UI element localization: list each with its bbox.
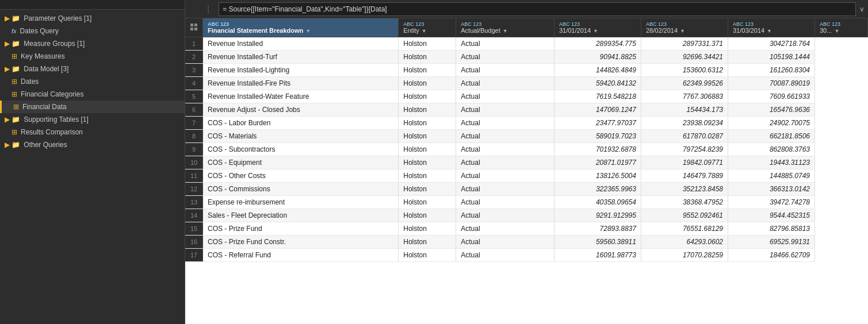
cell-entity: Holston [399, 143, 456, 156]
cell-actual-budget: Actual [456, 143, 555, 156]
cell-date-1: 147069.1247 [554, 103, 641, 117]
cell-date-1: 322365.9963 [554, 183, 641, 196]
filter-btn-financial-statement[interactable]: ▼ [305, 28, 311, 34]
data-table: ABC 123Financial Statement Breakdown▼ABC… [185, 18, 868, 262]
col-header-date2[interactable]: ABC 12328/02/2014▼ [641, 18, 728, 37]
col-header-entity[interactable]: ABC 123Entity▼ [399, 18, 456, 37]
cell-actual-budget: Actual [456, 183, 555, 196]
sidebar-item-results-comparison[interactable]: ⊞Results Comparison [0, 126, 185, 138]
table-row: 7COS - Labor BurdenHolstonActual23477.97… [185, 117, 868, 130]
sidebar-tree: ▶ 📁Parameter Queries [1]fxDates Query▶ 📁… [0, 10, 185, 324]
cell-date-2: 797254.8239 [641, 143, 728, 156]
fx-icon: fx [12, 28, 17, 34]
cell-breakdown: Revenue Adjust - Closed Jobs [203, 103, 399, 117]
table-icon: ⊞ [12, 90, 17, 98]
sidebar-item-label: Supporting Tables [1] [24, 115, 89, 124]
row-number: 8 [185, 130, 203, 143]
sidebar-item-label: Key Measures [21, 52, 65, 60]
filter-btn-date1[interactable]: ▼ [593, 28, 598, 34]
formula-confirm-btn[interactable] [198, 8, 204, 10]
table-row: 5Revenue Installed-Water FeatureHolstonA… [185, 90, 868, 103]
cell-breakdown: COS - Referral Fund [203, 249, 399, 262]
cell-actual-budget: Actual [456, 222, 555, 236]
sidebar-item-supporting-tables[interactable]: ▶ 📁Supporting Tables [1] [0, 113, 185, 126]
sidebar-header [0, 0, 185, 10]
row-number: 15 [185, 222, 203, 236]
sidebar-item-key-measures[interactable]: ⊞Key Measures [0, 50, 185, 63]
row-number: 17 [185, 249, 203, 262]
col-type-date1: ABC 123 [559, 21, 636, 27]
filter-btn-date2[interactable]: ▼ [680, 28, 685, 34]
cell-date-3: 18466.62709 [728, 249, 815, 262]
folder-icon: ▶ 📁 [5, 14, 20, 22]
sidebar-item-label: Other Queries [24, 141, 67, 149]
cell-date-1: 9291.912995 [554, 209, 641, 222]
filter-btn-actual-budget[interactable]: ▼ [503, 28, 508, 34]
cell-date-1: 20871.01977 [554, 156, 641, 169]
sidebar-item-data-model[interactable]: ▶ 📁Data Model [3] [0, 63, 185, 75]
cell-date-1: 138126.5004 [554, 169, 641, 183]
formula-input[interactable] [219, 2, 856, 16]
cell-entity: Holston [399, 183, 456, 196]
row-number: 10 [185, 156, 203, 169]
table-row: 4Revenue Installed-Fire PitsHolstonActua… [185, 77, 868, 90]
sidebar-item-parameter-queries[interactable]: ▶ 📁Parameter Queries [1] [0, 12, 185, 25]
col-header-date3[interactable]: ABC 12331/03/2014▼ [728, 18, 815, 37]
col-header-financial-statement[interactable]: ABC 123Financial Statement Breakdown▼ [203, 18, 399, 37]
sidebar-item-label: Data Model [3] [24, 65, 68, 73]
cell-entity: Holston [399, 169, 456, 183]
filter-btn-date3[interactable]: ▼ [767, 28, 772, 34]
row-number: 6 [185, 103, 203, 117]
cell-date-1: 701932.6878 [554, 143, 641, 156]
cell-actual-budget: Actual [456, 209, 555, 222]
sidebar-item-dates-query[interactable]: fxDates Query [0, 25, 185, 37]
cell-date-1: 59560.38911 [554, 236, 641, 249]
col-header-date4[interactable]: ABC 12330...▼ [815, 18, 868, 37]
sidebar-item-dates[interactable]: ⊞Dates [0, 75, 185, 88]
filter-btn-entity[interactable]: ▼ [422, 28, 427, 34]
sidebar-item-financial-data[interactable]: ⊞Financial Data [0, 101, 185, 113]
sidebar: ▶ 📁Parameter Queries [1]fxDates Query▶ 📁… [0, 0, 185, 324]
col-header-date1[interactable]: ABC 12331/01/2014▼ [554, 18, 641, 37]
folder-icon: ▶ 📁 [5, 40, 20, 48]
cell-actual-budget: Actual [456, 156, 555, 169]
cell-date-3: 9544.452315 [728, 209, 815, 222]
cell-entity: Holston [399, 209, 456, 222]
table-row: 6Revenue Adjust - Closed JobsHolstonActu… [185, 103, 868, 117]
cell-date-2: 92696.34421 [641, 51, 728, 64]
row-number: 9 [185, 143, 203, 156]
cell-entity: Holston [399, 103, 456, 117]
cell-date-2: 62349.99526 [641, 77, 728, 90]
col-label-date3: 31/03/2014 [733, 27, 764, 34]
table-row: 9COS - SubcontractorsHolstonActual701932… [185, 143, 868, 156]
col-type-entity: ABC 123 [403, 21, 451, 27]
cell-entity: Holston [399, 51, 456, 64]
cell-date-1: 90941.8825 [554, 51, 641, 64]
sidebar-item-label: Financial Data [22, 103, 67, 111]
cell-date-2: 352123.8458 [641, 183, 728, 196]
table-icon: ⊞ [12, 52, 17, 60]
cell-date-2: 19842.09771 [641, 156, 728, 169]
cell-entity: Holston [399, 222, 456, 236]
cell-breakdown: Revenue Installed-Lighting [203, 64, 399, 77]
cell-actual-budget: Actual [456, 117, 555, 130]
table-row: 12COS - CommissionsHolstonActual322365.9… [185, 183, 868, 196]
cell-date-1: 40358.09654 [554, 196, 641, 209]
svg-rect-3 [194, 28, 197, 30]
filter-btn-date4[interactable]: ▼ [834, 28, 839, 34]
sidebar-item-measure-groups[interactable]: ▶ 📁Measure Groups [1] [0, 37, 185, 50]
cell-actual-budget: Actual [456, 51, 555, 64]
table-row: 1Revenue InstalledHolstonActual2899354.7… [185, 37, 868, 51]
cell-date-2: 2897331.371 [641, 37, 728, 51]
cell-actual-budget: Actual [456, 196, 555, 209]
formula-expand-btn[interactable]: ∨ [859, 5, 865, 13]
cell-entity: Holston [399, 77, 456, 90]
sidebar-item-financial-categories[interactable]: ⊞Financial Categories [0, 88, 185, 101]
cell-date-3: 24902.70075 [728, 117, 815, 130]
formula-cancel-btn[interactable] [189, 8, 194, 10]
sidebar-item-other-queries[interactable]: ▶ 📁Other Queries [0, 138, 185, 151]
row-number: 1 [185, 37, 203, 51]
sidebar-item-label: Parameter Queries [1] [24, 14, 91, 22]
cell-breakdown: Revenue Installed [203, 37, 399, 51]
col-header-actual-budget[interactable]: ABC 123Actual/Budget▼ [456, 18, 555, 37]
